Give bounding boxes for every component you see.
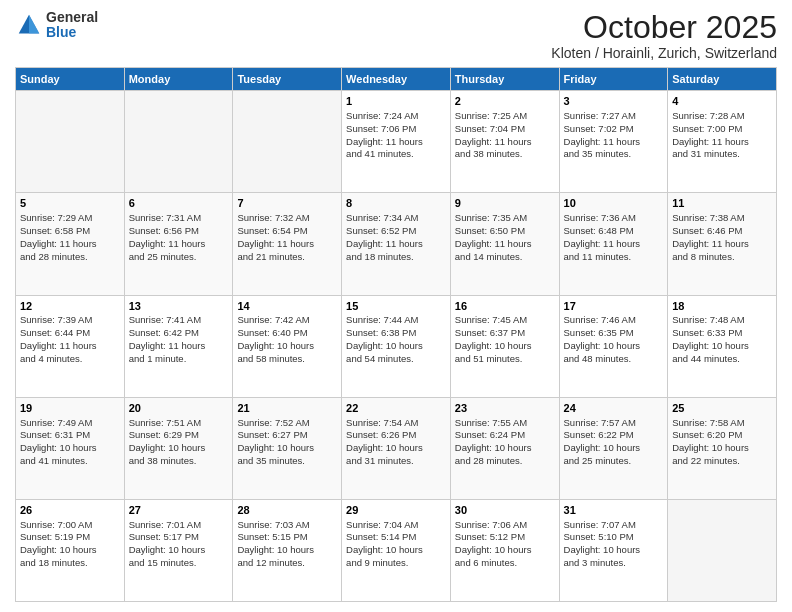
day-number: 11 xyxy=(672,196,772,211)
day-number: 26 xyxy=(20,503,120,518)
day-number: 15 xyxy=(346,299,446,314)
day-info: Sunrise: 7:49 AM Sunset: 6:31 PM Dayligh… xyxy=(20,417,120,468)
weekday-header-thursday: Thursday xyxy=(450,68,559,91)
calendar-table: SundayMondayTuesdayWednesdayThursdayFrid… xyxy=(15,67,777,602)
day-info: Sunrise: 7:27 AM Sunset: 7:02 PM Dayligh… xyxy=(564,110,664,161)
day-number: 24 xyxy=(564,401,664,416)
calendar-cell: 2Sunrise: 7:25 AM Sunset: 7:04 PM Daylig… xyxy=(450,91,559,193)
day-info: Sunrise: 7:01 AM Sunset: 5:17 PM Dayligh… xyxy=(129,519,229,570)
calendar-cell xyxy=(668,499,777,601)
logo-general-text: General xyxy=(46,10,98,25)
svg-marker-1 xyxy=(29,15,39,34)
day-info: Sunrise: 7:52 AM Sunset: 6:27 PM Dayligh… xyxy=(237,417,337,468)
calendar-cell: 16Sunrise: 7:45 AM Sunset: 6:37 PM Dayli… xyxy=(450,295,559,397)
day-info: Sunrise: 7:35 AM Sunset: 6:50 PM Dayligh… xyxy=(455,212,555,263)
calendar-cell: 28Sunrise: 7:03 AM Sunset: 5:15 PM Dayli… xyxy=(233,499,342,601)
day-info: Sunrise: 7:06 AM Sunset: 5:12 PM Dayligh… xyxy=(455,519,555,570)
day-number: 23 xyxy=(455,401,555,416)
day-number: 10 xyxy=(564,196,664,211)
calendar-cell: 25Sunrise: 7:58 AM Sunset: 6:20 PM Dayli… xyxy=(668,397,777,499)
day-number: 3 xyxy=(564,94,664,109)
weekday-header-saturday: Saturday xyxy=(668,68,777,91)
calendar-cell: 26Sunrise: 7:00 AM Sunset: 5:19 PM Dayli… xyxy=(16,499,125,601)
calendar-cell: 11Sunrise: 7:38 AM Sunset: 6:46 PM Dayli… xyxy=(668,193,777,295)
day-number: 4 xyxy=(672,94,772,109)
day-info: Sunrise: 7:31 AM Sunset: 6:56 PM Dayligh… xyxy=(129,212,229,263)
day-info: Sunrise: 7:44 AM Sunset: 6:38 PM Dayligh… xyxy=(346,314,446,365)
day-number: 19 xyxy=(20,401,120,416)
day-number: 27 xyxy=(129,503,229,518)
weekday-header-monday: Monday xyxy=(124,68,233,91)
day-info: Sunrise: 7:51 AM Sunset: 6:29 PM Dayligh… xyxy=(129,417,229,468)
day-info: Sunrise: 7:34 AM Sunset: 6:52 PM Dayligh… xyxy=(346,212,446,263)
month-title: October 2025 xyxy=(551,10,777,45)
day-number: 21 xyxy=(237,401,337,416)
day-number: 1 xyxy=(346,94,446,109)
weekday-header-tuesday: Tuesday xyxy=(233,68,342,91)
day-info: Sunrise: 7:32 AM Sunset: 6:54 PM Dayligh… xyxy=(237,212,337,263)
weekday-header-row: SundayMondayTuesdayWednesdayThursdayFrid… xyxy=(16,68,777,91)
calendar-cell: 9Sunrise: 7:35 AM Sunset: 6:50 PM Daylig… xyxy=(450,193,559,295)
day-number: 12 xyxy=(20,299,120,314)
calendar-week-2: 5Sunrise: 7:29 AM Sunset: 6:58 PM Daylig… xyxy=(16,193,777,295)
day-info: Sunrise: 7:54 AM Sunset: 6:26 PM Dayligh… xyxy=(346,417,446,468)
day-info: Sunrise: 7:57 AM Sunset: 6:22 PM Dayligh… xyxy=(564,417,664,468)
logo: General Blue xyxy=(15,10,98,41)
calendar-cell: 1Sunrise: 7:24 AM Sunset: 7:06 PM Daylig… xyxy=(342,91,451,193)
day-info: Sunrise: 7:07 AM Sunset: 5:10 PM Dayligh… xyxy=(564,519,664,570)
calendar-cell: 15Sunrise: 7:44 AM Sunset: 6:38 PM Dayli… xyxy=(342,295,451,397)
day-info: Sunrise: 7:42 AM Sunset: 6:40 PM Dayligh… xyxy=(237,314,337,365)
calendar-cell: 3Sunrise: 7:27 AM Sunset: 7:02 PM Daylig… xyxy=(559,91,668,193)
day-number: 29 xyxy=(346,503,446,518)
logo-icon xyxy=(15,11,43,39)
day-info: Sunrise: 7:39 AM Sunset: 6:44 PM Dayligh… xyxy=(20,314,120,365)
calendar-cell: 27Sunrise: 7:01 AM Sunset: 5:17 PM Dayli… xyxy=(124,499,233,601)
day-number: 30 xyxy=(455,503,555,518)
calendar-week-4: 19Sunrise: 7:49 AM Sunset: 6:31 PM Dayli… xyxy=(16,397,777,499)
calendar-week-5: 26Sunrise: 7:00 AM Sunset: 5:19 PM Dayli… xyxy=(16,499,777,601)
calendar-week-1: 1Sunrise: 7:24 AM Sunset: 7:06 PM Daylig… xyxy=(16,91,777,193)
calendar-cell: 19Sunrise: 7:49 AM Sunset: 6:31 PM Dayli… xyxy=(16,397,125,499)
calendar-cell: 5Sunrise: 7:29 AM Sunset: 6:58 PM Daylig… xyxy=(16,193,125,295)
day-number: 31 xyxy=(564,503,664,518)
day-info: Sunrise: 7:28 AM Sunset: 7:00 PM Dayligh… xyxy=(672,110,772,161)
calendar-cell: 24Sunrise: 7:57 AM Sunset: 6:22 PM Dayli… xyxy=(559,397,668,499)
title-block: October 2025 Kloten / Horainli, Zurich, … xyxy=(551,10,777,61)
calendar-cell: 30Sunrise: 7:06 AM Sunset: 5:12 PM Dayli… xyxy=(450,499,559,601)
day-number: 5 xyxy=(20,196,120,211)
day-number: 7 xyxy=(237,196,337,211)
day-info: Sunrise: 7:24 AM Sunset: 7:06 PM Dayligh… xyxy=(346,110,446,161)
day-info: Sunrise: 7:48 AM Sunset: 6:33 PM Dayligh… xyxy=(672,314,772,365)
day-number: 2 xyxy=(455,94,555,109)
calendar-cell xyxy=(233,91,342,193)
day-info: Sunrise: 7:00 AM Sunset: 5:19 PM Dayligh… xyxy=(20,519,120,570)
day-number: 14 xyxy=(237,299,337,314)
calendar-cell: 18Sunrise: 7:48 AM Sunset: 6:33 PM Dayli… xyxy=(668,295,777,397)
logo-text: General Blue xyxy=(46,10,98,41)
logo-blue-text: Blue xyxy=(46,25,98,40)
day-info: Sunrise: 7:46 AM Sunset: 6:35 PM Dayligh… xyxy=(564,314,664,365)
day-info: Sunrise: 7:36 AM Sunset: 6:48 PM Dayligh… xyxy=(564,212,664,263)
day-number: 9 xyxy=(455,196,555,211)
calendar-cell xyxy=(124,91,233,193)
calendar-cell: 20Sunrise: 7:51 AM Sunset: 6:29 PM Dayli… xyxy=(124,397,233,499)
calendar-cell: 21Sunrise: 7:52 AM Sunset: 6:27 PM Dayli… xyxy=(233,397,342,499)
day-info: Sunrise: 7:29 AM Sunset: 6:58 PM Dayligh… xyxy=(20,212,120,263)
calendar-cell: 22Sunrise: 7:54 AM Sunset: 6:26 PM Dayli… xyxy=(342,397,451,499)
day-number: 8 xyxy=(346,196,446,211)
day-info: Sunrise: 7:55 AM Sunset: 6:24 PM Dayligh… xyxy=(455,417,555,468)
location: Kloten / Horainli, Zurich, Switzerland xyxy=(551,45,777,61)
calendar-cell: 12Sunrise: 7:39 AM Sunset: 6:44 PM Dayli… xyxy=(16,295,125,397)
day-info: Sunrise: 7:04 AM Sunset: 5:14 PM Dayligh… xyxy=(346,519,446,570)
weekday-header-wednesday: Wednesday xyxy=(342,68,451,91)
calendar-cell: 29Sunrise: 7:04 AM Sunset: 5:14 PM Dayli… xyxy=(342,499,451,601)
calendar-cell: 17Sunrise: 7:46 AM Sunset: 6:35 PM Dayli… xyxy=(559,295,668,397)
day-info: Sunrise: 7:25 AM Sunset: 7:04 PM Dayligh… xyxy=(455,110,555,161)
page: General Blue October 2025 Kloten / Horai… xyxy=(0,0,792,612)
weekday-header-friday: Friday xyxy=(559,68,668,91)
day-info: Sunrise: 7:41 AM Sunset: 6:42 PM Dayligh… xyxy=(129,314,229,365)
header: General Blue October 2025 Kloten / Horai… xyxy=(15,10,777,61)
day-number: 18 xyxy=(672,299,772,314)
day-number: 28 xyxy=(237,503,337,518)
calendar-week-3: 12Sunrise: 7:39 AM Sunset: 6:44 PM Dayli… xyxy=(16,295,777,397)
